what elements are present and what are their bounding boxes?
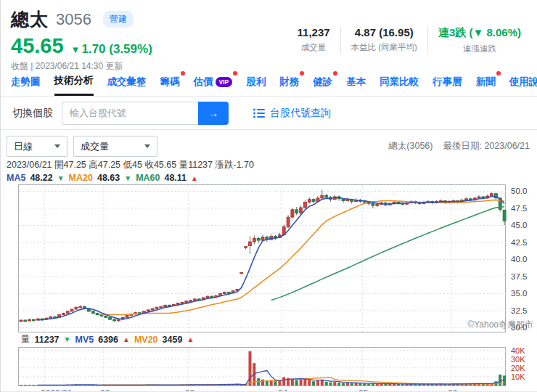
volume-axis-label: 40K (511, 346, 525, 355)
date-axis: 2023/010203040506 (1, 386, 537, 392)
legend-value: 48.63 (97, 173, 120, 183)
stock-name: 總太 (11, 7, 49, 31)
notification-dot-icon (333, 71, 337, 75)
stock-code: 3056 (56, 10, 91, 29)
stock-page: 總太 3056 營建 45.65 ▼1.70 (3.59%) 收盤 | 2023… (0, 0, 537, 392)
price-axis-label: 50.0 (511, 187, 527, 195)
key-stats: 11,237 成交量4.87 (16.95) 本益比 (同業平均)連3跌 (▼ … (287, 26, 531, 54)
down-arrow-icon: ▼ (124, 174, 131, 182)
stock-header: 總太 3056 營建 45.65 ▼1.70 (3.59%) 收盤 | 2023… (1, 0, 537, 68)
chevron-down-icon (144, 144, 150, 148)
volume-axis-label: 20K (511, 364, 525, 372)
tab-使用說明[interactable]: 使用說明 (509, 68, 537, 96)
stat-block: 11,237 成交量 (287, 26, 340, 54)
period-select-value: 日線 (14, 140, 33, 153)
chart-title-symbol: 總太(3056) (388, 141, 433, 151)
tab-健診[interactable]: 健診 (313, 68, 332, 96)
price-chart[interactable]: ©Yahoo奇摩股市 (18, 184, 506, 332)
volume-legend-line: 量11237▼MV56396▲MV203459▲ (21, 333, 537, 346)
stat-block: 4.87 (16.95) 本益比 (同業平均) (340, 26, 427, 54)
tab-股利[interactable]: 股利 (246, 68, 266, 96)
indicator-select[interactable]: 成交量 (73, 136, 157, 157)
stat-value: 連3跌 (▼ 8.06%) (438, 26, 521, 40)
legend-label: MV20 (134, 335, 158, 345)
volume-canvas (19, 348, 507, 385)
stat-label: 連漲連跌 (438, 44, 521, 54)
up-arrow-icon: ▲ (191, 174, 198, 182)
chart-title: 總太(3056)最後日期: 2023/06/21 (388, 140, 530, 152)
arrow-right-icon: → (208, 107, 219, 119)
legend-value: 6396 (98, 335, 118, 345)
symbol-lookup-label: 台股代號查詢 (270, 107, 331, 120)
notification-dot-icon (181, 71, 185, 75)
volume-axis-label: 10K (511, 372, 525, 381)
legend-value: 11237 (35, 335, 60, 345)
volume-chart-row: 40K30K20K10K (1, 347, 537, 386)
price-axis-label: 40.0 (511, 255, 527, 264)
search-input[interactable] (62, 102, 198, 125)
price-axis-label: 30.0 (511, 323, 527, 332)
stat-value: 4.87 (16.95) (351, 26, 417, 38)
price-axis-label: 47.5 (511, 204, 527, 213)
legend-label: MA60 (136, 173, 160, 183)
volume-chart[interactable] (18, 347, 506, 386)
search-row: 切換個股 → 台股代號查詢 (1, 97, 537, 130)
list-icon (253, 108, 265, 118)
price-chart-row: ©Yahoo奇摩股市 50.047.545.042.540.037.535.03… (1, 184, 537, 332)
price-axis-label: 42.5 (511, 238, 527, 247)
search-label: 切換個股 (12, 107, 53, 120)
legend-label: 量 (21, 333, 30, 346)
date-axis-label: 03 (185, 388, 194, 392)
legend-label: MA20 (69, 173, 93, 183)
stat-label: 本益比 (同業平均) (351, 42, 417, 53)
chart-toolbar: 日線 成交量 總太(3056)最後日期: 2023/06/21 (1, 130, 537, 158)
price-change: ▼1.70 (3.59%) (71, 42, 152, 57)
candlestick-canvas (19, 185, 507, 332)
tab-走勢圖[interactable]: 走勢圖 (11, 68, 41, 96)
tab-技術分析[interactable]: 技術分析 (54, 68, 94, 96)
notification-dot-icon (300, 71, 304, 75)
price-change-value: 1.70 (3.59%) (81, 42, 152, 56)
tab-財務[interactable]: 財務 (279, 68, 299, 96)
date-axis-label: 2023/01 (41, 388, 72, 392)
tab-新聞[interactable]: 新聞 (476, 68, 496, 96)
stat-block: 連3跌 (▼ 8.06%) 連漲連跌 (427, 26, 531, 54)
price-axis-label: 32.5 (511, 306, 527, 315)
date-axis-label: 06 (448, 388, 457, 392)
ohlc-info-line: 2023/06/21 開47.25 高47.25 低45 收45.65 量112… (7, 159, 537, 171)
sector-badge[interactable]: 營建 (103, 11, 134, 28)
last-price: 45.65 (11, 34, 64, 58)
down-arrow-icon: ▼ (64, 335, 71, 343)
down-arrow-icon: ▼ (71, 44, 81, 55)
legend-label: MA5 (7, 173, 25, 183)
up-arrow-icon: ▲ (186, 335, 194, 343)
legend-label: MV5 (75, 335, 94, 345)
date-axis-label: 05 (358, 388, 368, 392)
notification-dot-icon (233, 71, 237, 75)
date-axis-label: 04 (278, 388, 287, 392)
notification-dot-icon (496, 71, 501, 75)
search-submit-button[interactable]: → (198, 102, 229, 125)
tab-基本[interactable]: 基本 (346, 68, 366, 96)
tab-行事曆[interactable]: 行事曆 (433, 68, 462, 96)
volume-axis-label: 30K (511, 355, 525, 364)
tab-成交彙整[interactable]: 成交彙整 (107, 68, 147, 96)
date-axis-label: 02 (100, 388, 110, 392)
chart-last-date: 最後日期: 2023/06/21 (443, 141, 530, 151)
tab-同業比較[interactable]: 同業比較 (380, 68, 419, 96)
legend-value: 48.11 (164, 173, 186, 183)
vip-badge: VIP (216, 77, 233, 87)
price-axis-label: 37.5 (511, 272, 527, 281)
symbol-lookup-link[interactable]: 台股代號查詢 (253, 107, 331, 120)
tab-估價[interactable]: 估價VIP (194, 68, 233, 96)
stat-label: 成交量 (298, 42, 330, 53)
period-select[interactable]: 日線 (7, 136, 67, 157)
stat-value: 11,237 (298, 26, 330, 38)
indicator-select-value: 成交量 (81, 140, 109, 153)
up-arrow-icon: ▲ (123, 335, 130, 343)
ma-legend-line: MA548.22▼MA2048.63▼MA6048.11▲ (7, 173, 537, 183)
down-arrow-icon: ▼ (57, 174, 65, 182)
chevron-down-icon (54, 144, 60, 148)
tab-籌碼[interactable]: 籌碼 (160, 68, 180, 96)
legend-value: 3459 (163, 335, 183, 345)
